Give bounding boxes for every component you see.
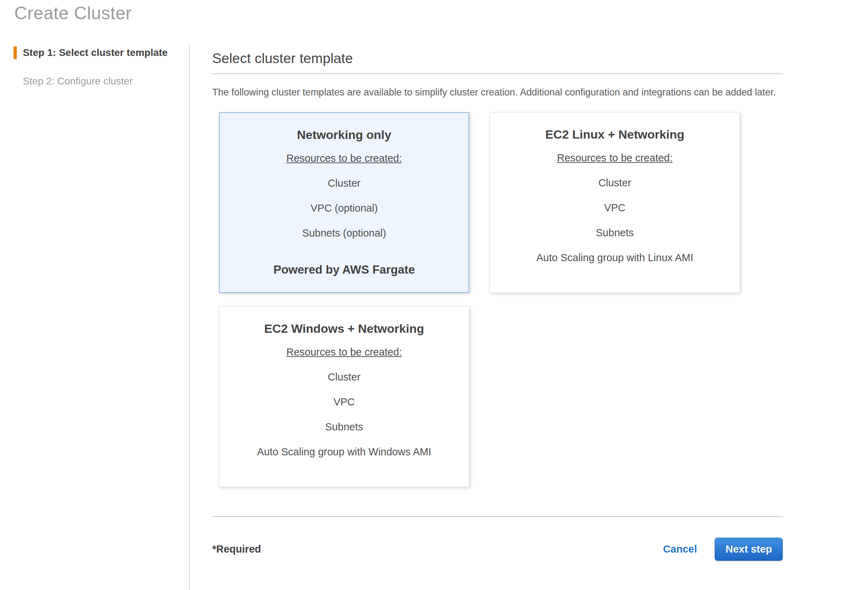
card-resource-item: Auto Scaling group with Linux AMI: [536, 252, 693, 263]
card-title: EC2 Linux + Networking: [545, 128, 684, 141]
footer-actions: Cancel Next step: [663, 538, 783, 561]
card-title: EC2 Windows + Networking: [264, 322, 424, 335]
cancel-link[interactable]: Cancel: [663, 543, 697, 555]
template-card-ec2-windows-networking[interactable]: EC2 Windows + Networking Resources to be…: [219, 306, 469, 487]
wizard-step-1-select-cluster-template[interactable]: Step 1: Select cluster template: [13, 46, 177, 59]
template-card-ec2-linux-networking[interactable]: EC2 Linux + Networking Resources to be c…: [490, 112, 740, 293]
heading-divider: [212, 74, 783, 74]
card-resource-item: Cluster: [328, 371, 360, 383]
card-resource-item: VPC (optional): [311, 202, 378, 214]
card-title: Networking only: [297, 128, 391, 142]
main-content: Select cluster template The following cl…: [212, 46, 783, 561]
card-resource-item: VPC: [604, 202, 626, 214]
next-step-button[interactable]: Next step: [714, 538, 783, 561]
card-resource-item: Subnets (optional): [302, 227, 386, 239]
section-description: The following cluster templates are avai…: [212, 85, 783, 100]
card-resource-item: Subnets: [596, 227, 634, 239]
section-heading: Select cluster template: [212, 51, 783, 66]
wizard-footer: *Required Cancel Next step: [212, 538, 783, 561]
card-resource-item: VPC: [334, 396, 355, 408]
card-resources-label: Resources to be created:: [557, 152, 673, 164]
wizard-step-2-configure-cluster[interactable]: Step 2: Configure cluster: [13, 75, 177, 88]
card-resources-label: Resources to be created:: [286, 153, 402, 164]
card-resource-item: Auto Scaling group with Windows AMI: [257, 446, 431, 458]
wizard-steps-nav: Step 1: Select cluster template Step 2: …: [13, 46, 177, 88]
sidebar-content-divider: [189, 46, 190, 590]
card-resource-item: Subnets: [325, 421, 363, 433]
card-resource-item: Cluster: [598, 177, 631, 189]
required-label: *Required: [212, 543, 261, 555]
card-resource-item: Cluster: [328, 177, 360, 189]
card-resources-label: Resources to be created:: [286, 346, 402, 358]
footer-divider: [212, 516, 783, 517]
page-title: Create Cluster: [14, 3, 131, 24]
card-fargate-note: Powered by AWS Fargate: [273, 249, 415, 277]
template-card-networking-only[interactable]: Networking only Resources to be created:…: [219, 112, 469, 293]
cluster-template-cards: Networking only Resources to be created:…: [219, 112, 783, 487]
